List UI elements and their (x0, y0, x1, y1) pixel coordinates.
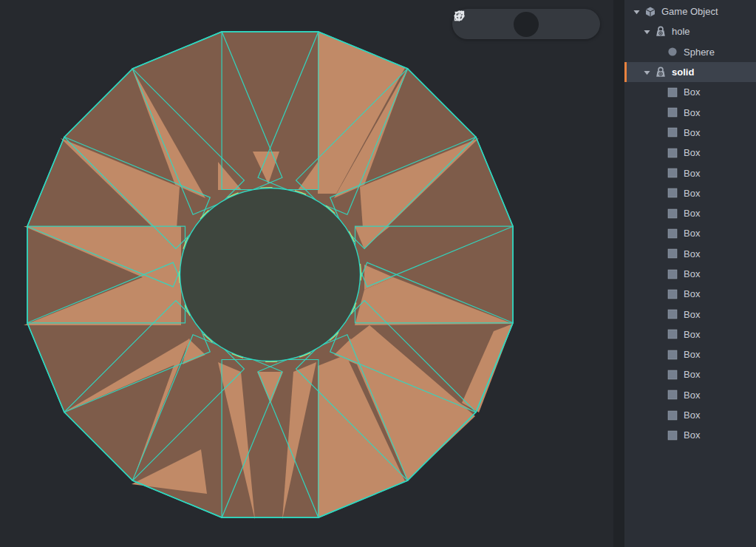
tree-node-label: Box (684, 429, 700, 441)
viewport-toolbar (452, 9, 600, 39)
box-icon (667, 389, 678, 401)
tree-node-label: Box (684, 329, 700, 340)
tree-node-label: Box (684, 127, 700, 138)
tree-row-box[interactable]: Box (624, 244, 756, 264)
3d-viewport[interactable] (0, 0, 613, 547)
tree-node-label: Box (684, 228, 700, 239)
chevron-down-icon[interactable] (632, 7, 641, 16)
tree-node-label: Box (684, 288, 700, 299)
box-icon (667, 208, 678, 220)
app-window: Game ObjectholeSpheresolidBoxBoxBoxBoxBo… (0, 0, 756, 547)
tree-node-label: Box (684, 107, 700, 118)
box-icon (667, 106, 678, 118)
tree-row-box[interactable]: Box (624, 82, 756, 102)
tree-node-label: Box (684, 410, 700, 421)
box-icon (667, 268, 678, 280)
tree-node-label: Box (684, 248, 700, 259)
tree-node-label: Box (684, 147, 700, 158)
tree-row-box[interactable]: Box (624, 223, 756, 243)
sphere-icon (667, 46, 678, 58)
tree-row-box[interactable]: Box (624, 123, 756, 143)
box-icon (667, 167, 678, 179)
tree-node-label: solid (672, 67, 694, 78)
tree-node-label: Box (684, 349, 700, 360)
tree-row-box[interactable]: Box (624, 284, 756, 304)
box-icon (667, 410, 678, 421)
chevron-down-icon[interactable] (642, 27, 652, 36)
tree-row-box[interactable]: Box (624, 344, 756, 364)
csg-icon (655, 67, 667, 78)
tree-row-game-object[interactable]: Game Object (624, 1, 756, 21)
rotate-tool-button[interactable] (486, 12, 511, 37)
tree-node-label: Box (684, 369, 700, 380)
box-icon (667, 328, 678, 340)
box-icon (667, 369, 678, 381)
box-icon (667, 349, 678, 361)
box-icon (667, 228, 678, 239)
tree-node-label: Box (684, 208, 700, 219)
tree-row-hole[interactable]: hole (624, 21, 756, 41)
tree-node-label: Game Object (661, 6, 718, 17)
box-icon (667, 126, 678, 138)
tree-row-sphere[interactable]: Sphere (624, 42, 756, 62)
tree-row-box[interactable]: Box (624, 405, 756, 425)
tree-row-box[interactable]: Box (624, 102, 756, 122)
tree-row-box[interactable]: Box (624, 325, 756, 344)
frustum-tool-button[interactable] (542, 12, 567, 37)
hierarchy-panel: Game ObjectholeSpheresolidBoxBoxBoxBoxBo… (624, 0, 756, 547)
tree-row-box[interactable]: Box (624, 304, 756, 324)
cube-icon (644, 6, 656, 18)
sphere-hole-face[interactable] (180, 188, 361, 361)
tree-row-box[interactable]: Box (624, 385, 756, 405)
box-icon (667, 187, 678, 199)
box-icon (667, 248, 678, 259)
tree-node-label: hole (672, 26, 690, 37)
tree-row-solid[interactable]: solid (624, 62, 756, 82)
tree-row-box[interactable]: Box (624, 364, 756, 384)
tree-row-box[interactable]: Box (624, 264, 756, 284)
tree-row-box[interactable]: Box (624, 183, 756, 203)
csg-icon (655, 26, 667, 38)
tree-node-label: Box (684, 188, 700, 199)
tree-row-box[interactable]: Box (624, 143, 756, 163)
tree-node-label: Box (684, 390, 700, 401)
tree-node-label: Box (684, 309, 700, 320)
scale-tool-button[interactable] (514, 12, 539, 37)
sync-tool-button[interactable] (569, 12, 594, 37)
tree-node-label: Box (684, 168, 700, 179)
tree-node-label: Box (684, 268, 700, 279)
box-icon (667, 429, 678, 441)
panel-splitter[interactable] (613, 0, 624, 547)
chevron-down-icon[interactable] (642, 67, 652, 77)
tree-node-label: Sphere (684, 47, 715, 58)
viewport-canvas[interactable] (0, 0, 613, 547)
box-icon (667, 308, 678, 320)
tree-row-box[interactable]: Box (624, 203, 756, 223)
tree-node-label: Box (684, 86, 700, 98)
box-icon (667, 147, 678, 159)
tree-row-box[interactable]: Box (624, 163, 756, 183)
tree-row-box[interactable]: Box (624, 425, 756, 445)
box-icon (667, 288, 678, 300)
box-icon (667, 86, 678, 98)
